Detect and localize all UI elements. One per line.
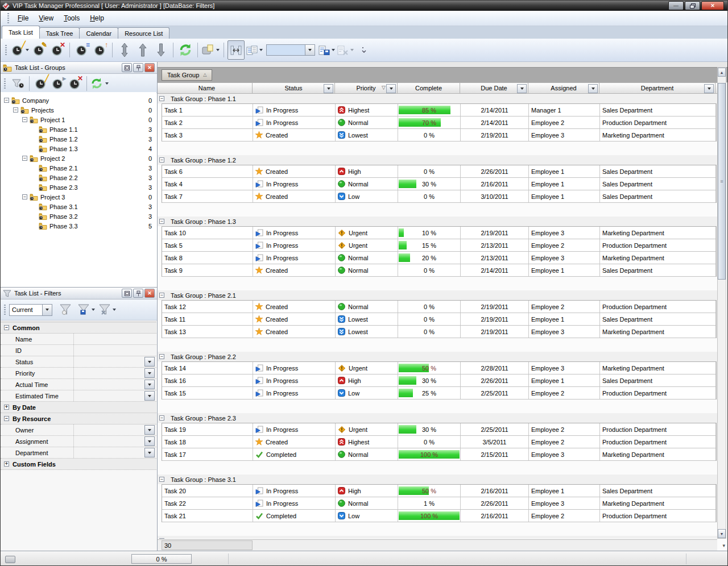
tree-node-phase-2-3[interactable]: Phase 2.33 [1,182,156,192]
expand-toggle-icon[interactable]: + [4,405,9,410]
collapse-toggle-icon[interactable]: − [159,219,164,224]
group-header[interactable]: −Task Group : Phase 1.2 [158,155,717,165]
tree-node-company[interactable]: −Company0 [1,95,156,105]
save-filter-button[interactable] [77,302,95,318]
save-view-button-dropdown[interactable] [332,49,335,51]
collapse-toggle-icon[interactable]: − [4,98,9,103]
column-filter-dropdown[interactable] [386,84,396,93]
move-down-button[interactable] [152,40,169,60]
table-row[interactable]: Task 7CreatedLow0 %3/10/2011Employee 1Sa… [162,190,716,203]
column-header-name[interactable]: Name [162,83,253,93]
tree-node-project-1[interactable]: −Project 10 [1,115,156,124]
scroll-down-button[interactable]: ▼ [718,529,726,538]
filter-section-by-date[interactable]: +By Date [1,402,156,413]
filter-field-value[interactable] [73,345,156,356]
groups-pin-button[interactable] [133,63,143,72]
filter-section-custom-fields[interactable]: +Custom Fields [1,459,156,470]
view-combobox[interactable] [266,44,315,56]
table-row[interactable]: Task 14In ProgressUrgent50 %2/28/2011Emp… [162,362,716,374]
collapse-toggle-icon[interactable]: − [159,96,164,101]
collapse-toggle-icon[interactable]: − [159,354,164,359]
minimize-button[interactable]: — [668,1,684,10]
group-header[interactable]: −Task Group : Phase 2.1 [158,290,717,300]
column-header-priority[interactable]: Priority▽ [335,83,398,93]
group-by-chip[interactable]: Task Group △ [162,69,212,81]
menu-help[interactable]: Help [85,12,109,24]
filter-field-value[interactable] [73,447,144,458]
collapse-toggle-icon[interactable]: − [22,194,27,199]
groups-close-button[interactable]: ✕ [144,63,155,72]
delete-task-button[interactable]: ✕ [49,40,66,60]
collapse-toggle-icon[interactable]: − [159,157,164,163]
table-row[interactable]: Task 8In ProgressNormal20 %2/13/2011Empl… [162,252,716,264]
collapse-toggle-icon[interactable]: − [159,415,164,421]
group-header[interactable]: −Task Group : Phase 2.3 [158,413,717,423]
save-view-button[interactable] [318,40,336,60]
expand-collapse-button[interactable] [116,40,133,60]
table-row[interactable]: Task 16In ProgressHigh30 %2/26/2011Emplo… [162,374,716,387]
filter-field-dropdown[interactable] [144,380,155,389]
filter-field-value[interactable] [73,334,156,344]
refresh-button[interactable] [177,40,194,60]
clear-view-button-dropdown[interactable] [350,49,354,51]
table-row[interactable]: Task 11CreatedLowest0 %2/19/2011Employee… [162,313,716,326]
move-task-button[interactable]: ↑ [92,40,109,60]
column-header-assigned[interactable]: Assigned [528,83,599,93]
columns-button-dropdown[interactable] [259,49,263,51]
save-filter-dropdown[interactable] [92,309,95,311]
collapse-toggle-icon[interactable]: − [22,117,27,122]
filter-field-value[interactable] [73,368,144,378]
clear-filter-button[interactable] [98,302,116,318]
column-header-due-date[interactable]: Due Date [460,83,528,93]
tree-node-project-2[interactable]: −Project 20 [1,153,156,163]
menu-view[interactable]: View [34,12,59,24]
toolbar-overflow-button[interactable] [355,40,373,60]
filter-field-dropdown[interactable] [144,391,155,401]
collapse-toggle-icon[interactable]: − [22,156,27,161]
groups-restore-button[interactable] [122,63,132,72]
menu-tools[interactable]: Tools [59,12,85,24]
filter-field-dropdown[interactable] [144,357,155,367]
task-details-button[interactable]: ≡ [73,40,90,60]
menu-file[interactable]: File [13,12,34,24]
restore-button[interactable] [685,1,700,10]
tab-resource-list[interactable]: Resource List [118,27,169,39]
tree-node-phase-2-2[interactable]: Phase 2.23 [1,173,156,182]
table-row[interactable]: Task 3CreatedLowest0 %2/19/2011Employee … [162,129,716,142]
new-task-button-dropdown[interactable] [26,49,29,51]
filter-field-value[interactable] [73,356,144,367]
collapse-toggle-icon[interactable]: − [4,325,9,330]
tab-calendar[interactable]: Calendar [79,27,118,39]
filter-field-dropdown[interactable] [144,448,155,457]
view-combo-dropdown[interactable] [305,45,315,55]
table-row[interactable]: Task 12CreatedNormal0 %2/19/2011Employee… [162,301,716,313]
table-row[interactable]: Task 1In ProgressHighest85 %2/14/2011Man… [162,104,716,116]
columns-button[interactable] [246,40,263,60]
expand-toggle-icon[interactable]: + [4,461,9,467]
edit-group-button[interactable]: ▸ [49,76,67,91]
close-button[interactable]: ✕ [701,1,724,10]
tree-node-phase-1-2[interactable]: Phase 1.23 [1,134,156,144]
table-row[interactable]: Task 17CompletedNormal100 %2/15/2011Empl… [162,448,716,461]
collapse-toggle-icon[interactable]: − [159,538,164,539]
filter-section-common[interactable]: −Common [1,322,156,334]
table-row[interactable]: Task 20In ProgressHigh50 %2/16/2011Emplo… [162,485,716,497]
export-button-dropdown[interactable] [216,49,220,51]
tree-node-phase-3-3[interactable]: Phase 3.35 [1,221,156,231]
clear-filter-dropdown[interactable] [113,309,116,311]
tree-node-project-3[interactable]: −Project 30 [1,192,156,202]
filters-restore-button[interactable] [122,289,132,298]
fit-columns-toggle[interactable] [228,40,245,60]
table-row[interactable]: Task 6CreatedHigh0 %2/26/2011Employee 1S… [162,165,716,178]
filter-field-dropdown[interactable] [144,436,155,446]
footer-dropdown-icon[interactable]: ▾ [722,543,725,548]
table-row[interactable]: Task 13CreatedLowest0 %2/19/2011Employee… [162,326,716,338]
table-row[interactable]: Task 19In ProgressUrgent30 %2/25/2011Emp… [162,423,716,436]
filters-close-button[interactable]: ✕ [144,289,155,298]
delete-group-button[interactable]: ✕ [67,76,84,91]
vertical-scrollbar[interactable]: ▲ ≡ ▼ [717,67,726,539]
tree-node-phase-1-3[interactable]: Phase 1.34 [1,144,156,153]
table-row[interactable]: Task 9CreatedNormal0 %2/14/2011Employee … [162,264,716,277]
filter-field-value[interactable] [73,379,144,390]
filters-pin-button[interactable] [133,289,143,298]
